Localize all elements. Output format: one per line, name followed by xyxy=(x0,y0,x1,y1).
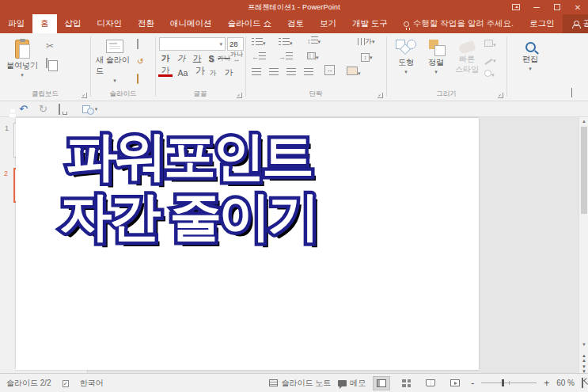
underline-button[interactable]: 가 xyxy=(190,52,204,64)
columns-button[interactable]: ▾ xyxy=(307,52,319,61)
decrease-indent-button[interactable]: ← xyxy=(252,52,266,61)
tab-review[interactable]: 검토 xyxy=(279,14,312,33)
bold-button[interactable]: 가 xyxy=(158,52,173,64)
tell-me-box[interactable]: 수행할 작업을 알려 주세요. xyxy=(396,14,522,33)
grid-view-icon xyxy=(402,379,411,387)
slides-group-label: 슬라이드 xyxy=(91,89,155,99)
spellcheck-button[interactable]: ✓ xyxy=(63,379,69,387)
reading-view-button[interactable] xyxy=(422,376,439,390)
redo-button[interactable]: ↻ xyxy=(39,104,47,114)
font-size-combo[interactable]: 28 xyxy=(227,37,244,51)
align-left-icon xyxy=(252,68,261,75)
paste-button[interactable]: 붙여넣기 ▾ xyxy=(6,40,38,78)
slideshow-view-button[interactable] xyxy=(446,376,464,390)
tab-transitions[interactable]: 전환 xyxy=(130,14,162,33)
previous-slide-button[interactable]: ▲▲ xyxy=(579,353,588,363)
qat-dropdown-arrow: ▾ xyxy=(95,107,98,112)
shape-outline-button[interactable]: ▾ xyxy=(484,55,496,64)
ribbon-display-options-button[interactable] xyxy=(506,0,526,14)
login-button[interactable]: 로그인 xyxy=(522,14,563,33)
character-spacing-button[interactable]: 가나 ↔ xyxy=(230,51,244,63)
change-case-button[interactable]: Aa xyxy=(176,67,190,78)
tab-view[interactable]: 보기 xyxy=(312,14,344,33)
undo-button[interactable]: ↶ xyxy=(19,104,28,114)
tell-me-label: 수행할 작업을 알려 주세요. xyxy=(413,18,514,29)
shapes-qat-button[interactable]: ▾ xyxy=(82,105,98,113)
increase-indent-button[interactable]: → xyxy=(279,52,293,61)
collapse-ribbon-button[interactable] xyxy=(571,89,572,97)
arrange-button[interactable]: 정렬 ▾ xyxy=(423,40,450,74)
align-right-button[interactable] xyxy=(286,68,296,77)
normal-view-button[interactable] xyxy=(373,376,390,390)
zoom-out-button[interactable]: - xyxy=(471,378,474,389)
vertical-scrollbar[interactable]: ▲ ▼ ▲▲ ▼▼ xyxy=(579,117,588,373)
zoom-in-button[interactable]: + xyxy=(544,378,549,389)
bullets-button[interactable]: ▾ xyxy=(252,38,266,47)
tab-design[interactable]: 디자인 xyxy=(89,14,131,33)
align-text-button[interactable]: ↕▾ xyxy=(361,52,373,62)
numbering-button[interactable]: ▾ xyxy=(279,38,293,47)
reset-button[interactable]: ↺ xyxy=(137,57,143,66)
scroll-up-arrow-icon[interactable]: ▲ xyxy=(579,119,588,124)
slide-title-text[interactable]: 파워포인트 자간 줄이기 xyxy=(16,126,361,246)
font-name-combo[interactable]: ▾ xyxy=(159,37,226,51)
maximize-button[interactable] xyxy=(547,0,567,14)
align-center-button[interactable] xyxy=(269,68,279,77)
new-slide-button[interactable]: 새 슬라이드 ▾ xyxy=(96,40,134,83)
copy-button[interactable] xyxy=(46,59,47,67)
distribute-icon: ↔ xyxy=(324,65,335,75)
layout-button[interactable] xyxy=(137,40,138,48)
status-bar-right: 슬라이드 노트 메모 - + 60 % xyxy=(269,376,588,390)
start-slideshow-button[interactable] xyxy=(59,105,60,114)
editing-button[interactable]: 편집 ▾ xyxy=(516,40,544,71)
tab-slideshow[interactable]: 슬라이드 쇼 xyxy=(220,14,279,33)
zoom-slider[interactable] xyxy=(481,382,537,383)
shape-fill-button[interactable]: ▾ xyxy=(484,40,496,48)
language-indicator[interactable]: 한국어 xyxy=(80,378,104,389)
tab-developer[interactable]: 개발 도구 xyxy=(344,14,396,33)
slide-sorter-view-button[interactable] xyxy=(397,376,415,390)
tab-home[interactable]: 홈 xyxy=(32,14,57,33)
notes-button[interactable]: 슬라이드 노트 xyxy=(269,378,331,389)
font-color-button[interactable]: 가 xyxy=(158,67,173,77)
slide-canvas[interactable]: 파워포인트 자간 줄이기 xyxy=(16,118,479,370)
close-button[interactable]: ✕ xyxy=(567,0,588,14)
fit-slide-button[interactable] xyxy=(582,379,583,387)
zoom-slider-thumb[interactable] xyxy=(502,379,504,386)
paragraph-group: ▾ ▾ ↕▾ 가 ▾ ← → ▾ ↕▾ ↔ ▾ 단락 xyxy=(245,33,386,101)
shape-fill-dropdown-arrow: ▾ xyxy=(493,42,496,48)
workspace: 1 파워포인트 자간 줄이기 파워포인트 자간 줄이기 파워포인트자간줄이기 파… xyxy=(0,117,588,373)
smartart-button[interactable]: ▾ xyxy=(347,67,361,77)
comments-button[interactable]: 메모 xyxy=(338,378,366,389)
share-button[interactable]: 공유 xyxy=(563,14,588,33)
scroll-down-arrow-icon[interactable]: ▼ xyxy=(579,342,588,347)
tab-file[interactable]: 파일 xyxy=(0,14,32,33)
drawing-dialog-launcher[interactable] xyxy=(498,93,503,98)
shape-effects-button[interactable]: ▾ xyxy=(484,70,495,78)
line-spacing-lines-icon xyxy=(311,36,318,44)
justify-button[interactable] xyxy=(304,68,313,77)
increase-indent-icon: → xyxy=(279,53,286,61)
paragraph-dialog-launcher[interactable] xyxy=(377,93,383,98)
zoom-level[interactable]: 60 % xyxy=(556,379,575,387)
shapes-button[interactable]: 도형 ▾ xyxy=(393,40,419,74)
scrollbar-thumb[interactable] xyxy=(581,127,587,214)
align-left-button[interactable] xyxy=(252,68,261,77)
minimize-button[interactable] xyxy=(526,0,547,14)
text-direction-button[interactable]: 가 ▾ xyxy=(358,36,375,47)
distribute-button[interactable]: ↔ xyxy=(324,65,335,75)
line-spacing-button[interactable]: ↕▾ xyxy=(307,36,321,45)
clear-formatting-button[interactable]: 가 xyxy=(222,67,236,78)
section-button[interactable] xyxy=(137,74,138,83)
decrease-font-size-button[interactable]: 가 xyxy=(206,67,220,79)
clipboard-dialog-launcher[interactable] xyxy=(82,93,87,98)
font-dialog-launcher[interactable] xyxy=(237,93,242,98)
cut-button[interactable]: ✂ xyxy=(46,41,54,51)
quick-styles-button[interactable]: 빠른 스타일 xyxy=(453,40,481,75)
drawing-group-label: 그리기 xyxy=(386,89,506,99)
editing-group: 편집 ▾ xyxy=(506,33,562,101)
tab-insert[interactable]: 삽입 xyxy=(57,14,89,33)
italic-button[interactable]: 가 xyxy=(174,52,188,64)
undo-icon: ↶ xyxy=(19,103,28,115)
tab-animations[interactable]: 애니메이션 xyxy=(162,14,220,33)
